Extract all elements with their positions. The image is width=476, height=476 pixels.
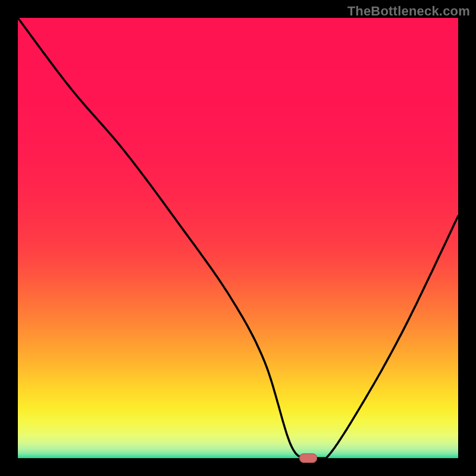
optimal-point-marker: [299, 453, 317, 463]
plot-area: [18, 18, 458, 458]
chart-frame: TheBottleneck.com: [0, 0, 476, 476]
bottleneck-curve: [18, 18, 458, 458]
watermark-text: TheBottleneck.com: [347, 4, 470, 19]
